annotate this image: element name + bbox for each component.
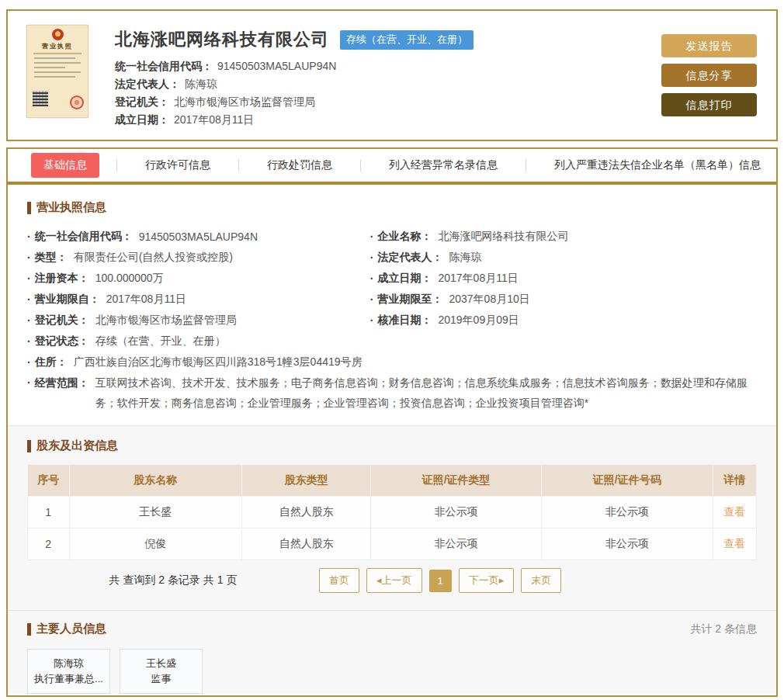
table-row: 1 王长盛 自然人股东 非公示项 非公示项 查看 (28, 497, 757, 528)
tab-bar: 基础信息 行政许可信息 行政处罚信息 列入经营异常名录信息 列入严重违法失信企业… (8, 149, 776, 185)
tab-admin-license[interactable]: 行政许可信息 (134, 153, 221, 178)
field-address: ·住所：广西壮族自治区北海市银海区四川路318号1幢3层04419号房 (27, 352, 757, 373)
view-detail-link[interactable]: 查看 (723, 505, 745, 518)
tab-admin-penalty[interactable]: 行政处罚信息 (256, 153, 343, 178)
tab-basic-info[interactable]: 基础信息 (31, 153, 99, 178)
license-fields: ·统一社会信用代码：91450503MA5LAUP94N ·企业名称：北海涨吧网… (27, 226, 757, 414)
shareholders-section-title: 股东及出资信息 (27, 438, 757, 453)
field-company-name: ·企业名称：北海涨吧网络科技有限公司 (370, 226, 757, 247)
field-approval-date: ·核准日期：2019年09月09日 (370, 310, 757, 331)
person-card[interactable]: 王长盛 监事 (120, 649, 203, 694)
header-field-registry: 登记机关：北海市银海区市场监督管理局 (115, 96, 661, 108)
col-header-no: 序号 (28, 465, 70, 497)
field-credit-code: ·统一社会信用代码：91450503MA5LAUP94N (27, 226, 370, 247)
field-company-type: ·类型：有限责任公司(自然人投资或控股) (27, 247, 370, 268)
header-field-credit-code: 统一社会信用代码：91450503MA5LAUP94N (115, 61, 661, 72)
company-summary: 北海涨吧网络科技有限公司 存续（在营、开业、在册） 统一社会信用代码：91450… (115, 22, 661, 129)
status-badge: 存续（在营、开业、在册） (340, 30, 474, 50)
field-registry-authority: ·登记机关：北海市银海区市场监督管理局 (27, 310, 370, 331)
field-term-from: ·营业期限自：2017年08月11日 (27, 289, 370, 310)
col-header-detail: 详情 (713, 465, 756, 497)
company-header-card: 营业执照 北海涨吧网络科技有限公司 存续（在营、开业、在册） 统一社会信用代码：… (6, 9, 778, 141)
send-report-button[interactable]: 发送报告 (661, 34, 757, 57)
company-name: 北海涨吧网络科技有限公司 (115, 28, 329, 51)
field-founded-date: ·成立日期：2017年08月11日 (370, 268, 757, 289)
shareholders-section: 股东及出资信息 序号 股东名称 股东类型 证照/证件类型 证照/证件号码 详情 (8, 426, 776, 601)
prev-page-button[interactable]: ◂上一页 (366, 568, 422, 593)
field-term-to: ·营业期限至：2037年08月10日 (370, 289, 757, 310)
col-header-name: 股东名称 (69, 465, 242, 497)
personnel-section-title: 主要人员信息 (27, 622, 106, 636)
field-legal-rep: ·法定代表人：陈海琼 (370, 247, 757, 268)
tab-abnormal-operation[interactable]: 列入经营异常名录信息 (378, 153, 508, 178)
red-seal-icon (70, 95, 84, 109)
lower-zone: 股东及出资信息 序号 股东名称 股东类型 证照/证件类型 证照/证件号码 详情 (8, 425, 776, 694)
col-header-cert-type: 证照/证件类型 (371, 465, 542, 497)
field-business-scope: ·经营范围：互联网技术咨询、技术开发、技术服务；电子商务信息咨询；财务信息咨询；… (27, 373, 757, 414)
header-field-legal-rep: 法定代表人：陈海琼 (115, 78, 661, 90)
license-image-title: 营业执照 (32, 42, 83, 50)
pagination: 首页 ◂上一页 1 下一页▸ 末页 (319, 568, 561, 593)
license-section-title: 营业执照信息 (27, 200, 757, 215)
field-registered-capital: ·注册资本：100.000000万 (27, 268, 370, 289)
field-registration-status: ·登记状态：存续（在营、开业、在册） (27, 331, 370, 352)
main-card: 基础信息 行政许可信息 行政处罚信息 列入经营异常名录信息 列入严重违法失信企业… (6, 147, 778, 697)
personnel-section: 主要人员信息 共计 2 条信息 陈海琼 执行董事兼总... 王长盛 监事 (8, 610, 776, 694)
tab-content: 营业执照信息 ·统一社会信用代码：91450503MA5LAUP94N ·企业名… (8, 185, 776, 695)
table-row: 2 倪俊 自然人股东 非公示项 非公示项 查看 (28, 528, 757, 560)
personnel-count: 共计 2 条信息 (690, 622, 757, 636)
person-card[interactable]: 陈海琼 执行董事兼总... (27, 649, 110, 694)
header-field-founded: 成立日期：2017年08月11日 (115, 114, 661, 126)
col-header-cert-no: 证照/证件号码 (541, 465, 713, 497)
last-page-button[interactable]: 末页 (521, 568, 561, 593)
first-page-button[interactable]: 首页 (319, 568, 359, 593)
tab-blacklist[interactable]: 列入严重违法失信企业名单（黑名单）信息 (543, 153, 772, 178)
business-license-image: 营业执照 (26, 25, 88, 118)
header-actions: 发送报告 信息分享 信息打印 (661, 22, 759, 129)
shareholders-table: 序号 股东名称 股东类型 证照/证件类型 证照/证件号码 详情 1 王长盛 自然 (27, 464, 757, 560)
next-page-button[interactable]: 下一页▸ (459, 568, 515, 593)
view-detail-link[interactable]: 查看 (723, 537, 745, 549)
current-page-button[interactable]: 1 (429, 570, 452, 592)
col-header-type: 股东类型 (242, 465, 371, 497)
records-summary: 共 查询到 2 条记录 共 1 页 (27, 574, 319, 587)
license-info-section: 营业执照信息 ·统一社会信用代码：91450503MA5LAUP94N ·企业名… (8, 185, 776, 425)
qr-code-icon (33, 91, 48, 106)
table-footer: 共 查询到 2 条记录 共 1 页 首页 ◂上一页 1 下一页▸ 末页 (27, 560, 757, 601)
person-cards: 陈海琼 执行董事兼总... 王长盛 监事 (27, 649, 757, 694)
share-info-button[interactable]: 信息分享 (661, 64, 757, 87)
national-emblem-icon (52, 29, 64, 40)
table-header-row: 序号 股东名称 股东类型 证照/证件类型 证照/证件号码 详情 (28, 465, 757, 497)
print-info-button[interactable]: 信息打印 (661, 93, 757, 116)
